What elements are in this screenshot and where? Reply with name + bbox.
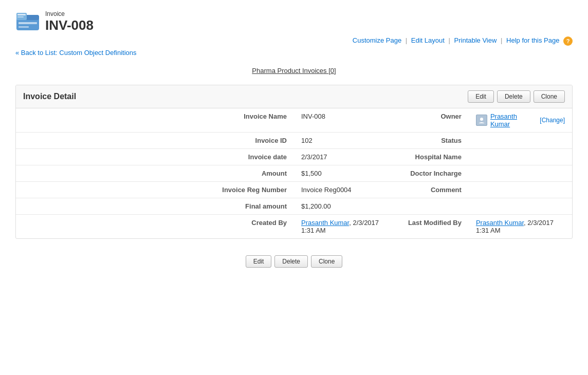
- doctor-incharge-label: Doctor Incharge: [397, 165, 469, 182]
- invoice-reg-label: Invoice Reg Number: [16, 182, 294, 198]
- invoice-icon: [15, 11, 40, 33]
- comment-label: Comment: [397, 182, 469, 198]
- page-type-label: Invoice: [45, 10, 94, 17]
- owner-change-link[interactable]: [Change]: [540, 117, 565, 124]
- created-by-label: Created By: [16, 215, 294, 239]
- detail-header: Invoice Detail Edit Delete Clone: [16, 85, 572, 108]
- status-label: Status: [397, 133, 469, 149]
- detail-heading: Invoice Detail: [23, 92, 76, 101]
- hospital-name-label: Hospital Name: [397, 149, 469, 165]
- svg-rect-5: [17, 14, 26, 15]
- owner-label: Owner: [397, 108, 469, 133]
- bottom-delete-button[interactable]: Delete: [274, 255, 308, 268]
- header-text: Invoice INV-008: [45, 10, 94, 33]
- table-row: Invoice Reg Number Invoice Reg0004 Comme…: [16, 182, 572, 198]
- invoice-id-value: 102: [294, 133, 397, 149]
- pharma-product-invoices-link[interactable]: Pharma Product Invoices [0]: [252, 67, 336, 74]
- table-row: Invoice ID 102 Status: [16, 133, 572, 149]
- action-links-bar: Customize Page | Edit Layout | Printable…: [15, 36, 573, 46]
- bottom-button-group: Edit Delete Clone: [15, 249, 573, 274]
- svg-rect-2: [19, 22, 37, 24]
- sub-link-section: Pharma Product Invoices [0]: [15, 67, 573, 74]
- detail-table: Invoice Name INV-008 Owner Prasanth Kuma…: [16, 108, 572, 238]
- top-delete-button[interactable]: Delete: [497, 90, 530, 103]
- last-modified-value: Prasanth Kumar, 2/3/2017 1:31 AM: [469, 215, 572, 239]
- comment-value: [469, 182, 572, 198]
- page-header: Invoice INV-008: [15, 10, 573, 33]
- help-link[interactable]: Help for this Page: [506, 36, 559, 44]
- invoice-name-label: Invoice Name: [16, 108, 294, 133]
- owner-user-icon: [476, 115, 487, 126]
- last-modified-label: Last Modified By: [397, 215, 469, 239]
- bottom-clone-button[interactable]: Clone: [311, 255, 342, 268]
- invoice-reg-value: Invoice Reg0004: [294, 182, 397, 198]
- table-row: Created By Prasanth Kumar, 2/3/2017 1:31…: [16, 215, 572, 239]
- table-row: Invoice date 2/3/2017 Hospital Name: [16, 149, 572, 165]
- owner-name-link[interactable]: Prasanth Kumar: [490, 113, 537, 128]
- table-row: Invoice Name INV-008 Owner Prasanth Kuma…: [16, 108, 572, 133]
- invoice-name-value: INV-008: [294, 108, 397, 133]
- top-edit-button[interactable]: Edit: [468, 90, 494, 103]
- invoice-date-label: Invoice date: [16, 149, 294, 165]
- bottom-edit-button[interactable]: Edit: [246, 255, 272, 268]
- hospital-name-value: [469, 149, 572, 165]
- amount-value: $1,500: [294, 165, 397, 182]
- final-amount-label: Final amount: [16, 198, 294, 215]
- last-modified-link[interactable]: Prasanth Kumar: [476, 219, 524, 227]
- svg-rect-3: [19, 26, 29, 28]
- top-button-group: Edit Delete Clone: [468, 90, 565, 103]
- table-row: Amount $1,500 Doctor Incharge: [16, 165, 572, 182]
- owner-value: Prasanth Kumar [Change]: [469, 108, 572, 133]
- svg-point-7: [480, 118, 483, 121]
- created-by-value: Prasanth Kumar, 2/3/2017 1:31 AM: [294, 215, 397, 239]
- top-clone-button[interactable]: Clone: [534, 90, 565, 103]
- page-title: INV-008: [45, 17, 94, 33]
- created-by-link[interactable]: Prasanth Kumar: [301, 219, 349, 227]
- customize-page-link[interactable]: Customize Page: [353, 36, 401, 44]
- doctor-incharge-value: [469, 165, 572, 182]
- invoice-detail-section: Invoice Detail Edit Delete Clone Invoice…: [15, 85, 573, 239]
- amount-label: Amount: [16, 165, 294, 182]
- final-amount-value: $1,200.00: [294, 198, 572, 215]
- table-row: Final amount $1,200.00: [16, 198, 572, 215]
- back-to-list-link[interactable]: Back to List: Custom Object Definitions: [15, 49, 137, 57]
- invoice-date-value: 2/3/2017: [294, 149, 397, 165]
- printable-view-link[interactable]: Printable View: [454, 36, 497, 44]
- invoice-id-label: Invoice ID: [16, 133, 294, 149]
- svg-rect-6: [17, 16, 24, 17]
- status-value: [469, 133, 572, 149]
- help-icon[interactable]: ?: [563, 36, 573, 46]
- edit-layout-link[interactable]: Edit Layout: [411, 36, 445, 44]
